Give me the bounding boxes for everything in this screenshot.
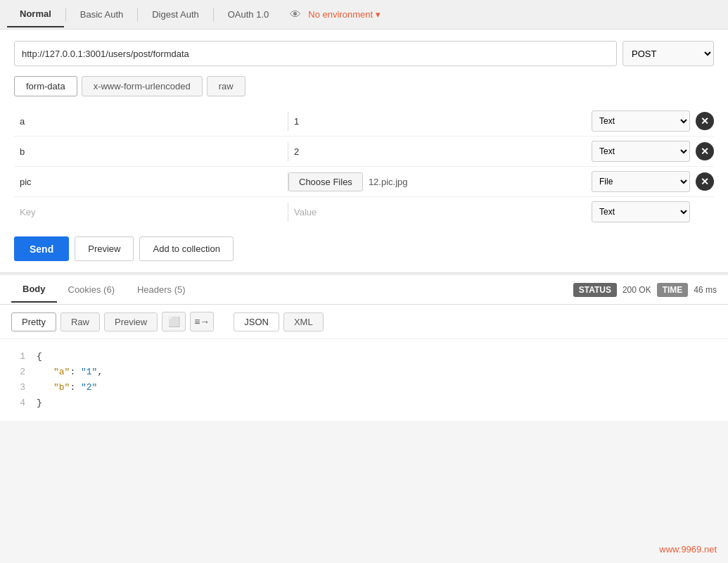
time-value: 46 ms xyxy=(694,285,717,295)
url-row: POST GET PUT DELETE PATCH HEAD OPTIONS xyxy=(14,41,714,66)
nav-divider-3 xyxy=(213,8,214,22)
form-data-table: Text File ✕ Text File ✕ Choose Files 12.… xyxy=(14,106,714,227)
tab-digest-auth[interactable]: Digest Auth xyxy=(139,2,212,27)
delete-placeholder xyxy=(696,203,714,221)
url-input[interactable] xyxy=(14,41,617,66)
copy-icon[interactable]: ⬜ xyxy=(162,312,186,331)
method-select[interactable]: POST GET PUT DELETE PATCH HEAD OPTIONS xyxy=(622,41,714,66)
preview-button[interactable]: Preview xyxy=(75,236,134,261)
time-label: TIME xyxy=(657,283,689,297)
tab-basic-auth[interactable]: Basic Auth xyxy=(68,2,136,27)
code-text: "b": "2" xyxy=(37,380,97,396)
code-line-3: 3 "b": "2" xyxy=(14,380,714,396)
code-text: { xyxy=(37,349,42,365)
response-area: Body Cookies (6) Headers (5) STATUS 200 … xyxy=(0,273,728,421)
line-number: 4 xyxy=(14,396,25,411)
line-number: 1 xyxy=(14,349,25,365)
form-type-select-b[interactable]: Text File xyxy=(592,141,690,162)
format-pretty-button[interactable]: Pretty xyxy=(11,312,56,331)
file-name: 12.pic.jpg xyxy=(369,177,408,187)
form-value-empty[interactable] xyxy=(288,203,592,222)
send-button[interactable]: Send xyxy=(14,236,69,261)
delete-row-pic[interactable]: ✕ xyxy=(696,172,714,191)
format-xml-button[interactable]: XML xyxy=(283,312,324,331)
form-value-b[interactable] xyxy=(288,142,592,161)
eye-icon[interactable]: 👁 xyxy=(290,8,301,21)
request-area: POST GET PUT DELETE PATCH HEAD OPTIONS f… xyxy=(0,30,728,273)
body-tab-raw[interactable]: raw xyxy=(207,76,245,96)
format-preview-button[interactable]: Preview xyxy=(104,312,158,331)
nav-divider-2 xyxy=(137,8,138,22)
resp-tab-cookies[interactable]: Cookies (6) xyxy=(57,277,126,302)
resp-tab-headers[interactable]: Headers (5) xyxy=(126,277,197,302)
form-key-a[interactable] xyxy=(14,112,288,131)
body-tab-x-www[interactable]: x-www-form-urlencoded xyxy=(82,76,203,96)
watermark: www.9969.net xyxy=(659,544,717,555)
action-row: Send Preview Add to collection xyxy=(14,236,714,261)
code-text: } xyxy=(37,396,42,411)
format-json-button[interactable]: JSON xyxy=(234,312,279,331)
table-row: Text File ✕ xyxy=(14,137,714,167)
table-row: Text File xyxy=(14,197,714,227)
code-area: 1 { 2 "a": "1", 3 "b": "2" 4 } xyxy=(0,339,728,421)
chevron-down-icon: ▾ xyxy=(376,9,381,20)
code-line-2: 2 "a": "1", xyxy=(14,365,714,380)
form-type-select-pic[interactable]: Text File xyxy=(592,171,690,192)
wrap-icon[interactable]: ≡→ xyxy=(190,312,214,331)
tab-oauth[interactable]: OAuth 1.0 xyxy=(215,2,282,27)
add-to-collection-button[interactable]: Add to collection xyxy=(139,236,233,261)
body-tab-form-data[interactable]: form-data xyxy=(14,76,77,96)
environment-selector[interactable]: No environment ▾ xyxy=(308,9,381,20)
nav-divider-1 xyxy=(65,8,66,22)
status-label: STATUS xyxy=(573,283,617,297)
line-number: 2 xyxy=(14,365,25,380)
delete-row-b[interactable]: ✕ xyxy=(696,142,714,160)
form-value-a[interactable] xyxy=(288,112,592,131)
form-type-select-a[interactable]: Text File xyxy=(592,110,690,132)
table-row: Choose Files 12.pic.jpg Text File ✕ xyxy=(14,167,714,197)
file-area: Choose Files 12.pic.jpg xyxy=(288,172,592,191)
response-tabs-row: Body Cookies (6) Headers (5) STATUS 200 … xyxy=(0,275,728,305)
code-line-4: 4 } xyxy=(14,396,714,411)
format-raw-button[interactable]: Raw xyxy=(60,312,100,331)
environment-label: No environment xyxy=(308,9,373,20)
delete-row-a[interactable]: ✕ xyxy=(696,112,714,130)
resp-tab-body[interactable]: Body xyxy=(11,277,57,303)
form-key-pic[interactable] xyxy=(14,172,288,191)
line-number: 3 xyxy=(14,380,25,396)
status-badge-area: STATUS 200 OK TIME 46 ms xyxy=(573,283,717,297)
top-nav: Normal Basic Auth Digest Auth OAuth 1.0 … xyxy=(0,0,728,30)
choose-files-button[interactable]: Choose Files xyxy=(288,172,363,191)
response-format-row: Pretty Raw Preview ⬜ ≡→ JSON XML xyxy=(0,305,728,339)
tab-normal[interactable]: Normal xyxy=(7,1,64,27)
form-key-empty[interactable] xyxy=(14,203,288,222)
code-line-1: 1 { xyxy=(14,349,714,365)
table-row: Text File ✕ xyxy=(14,106,714,137)
status-value: 200 OK xyxy=(622,285,651,295)
form-type-select-empty[interactable]: Text File xyxy=(592,201,690,222)
code-text: "a": "1", xyxy=(37,365,103,380)
form-key-b[interactable] xyxy=(14,142,288,161)
body-type-tabs: form-data x-www-form-urlencoded raw xyxy=(14,76,714,96)
